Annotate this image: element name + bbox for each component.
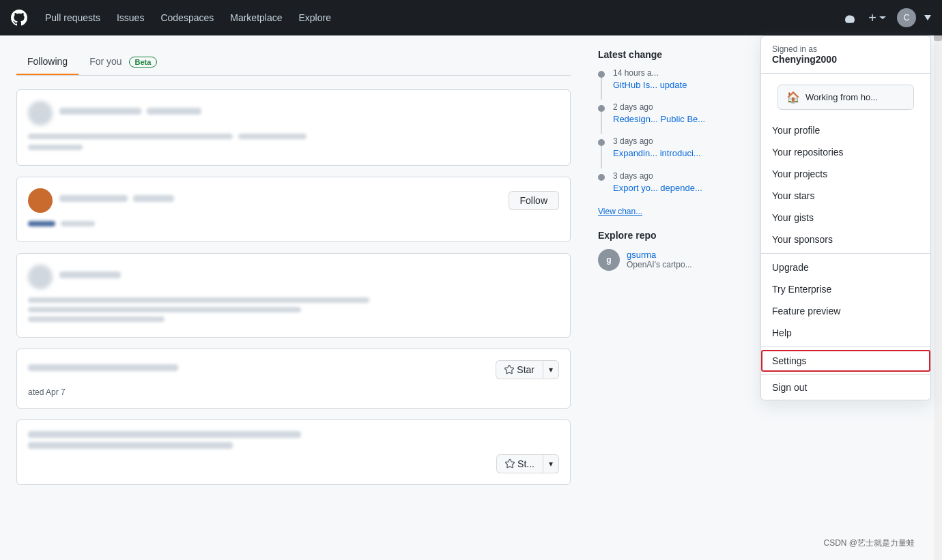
sign-out-link[interactable]: Sign out: [761, 375, 930, 400]
changelog-title-1[interactable]: GitHub Is... update: [613, 79, 687, 91]
card-header-2: Follow: [28, 188, 559, 213]
top-nav: Pull requests Issues Codespaces Marketpl…: [0, 0, 942, 35]
watermark: CSDN @艺士就是力量蛙: [823, 537, 915, 549]
feed-card-5: St... ▾: [16, 419, 571, 485]
explore-info-1: gsurma OpenAI's cartpo...: [627, 250, 692, 269]
changelog-title-4[interactable]: Export yo... depende...: [613, 182, 702, 194]
changelog-title-2[interactable]: Redesign... Public Be...: [613, 113, 705, 126]
changelog-title-3[interactable]: Expandin... introduci...: [613, 147, 701, 160]
context-switcher-btn[interactable]: 🏠 Working from ho...: [777, 85, 914, 110]
feed-card-3: [16, 253, 571, 338]
signed-in-as-text: Signed in as: [772, 44, 919, 54]
card-avatar-1: [28, 101, 53, 126]
your-profile-link[interactable]: Your profile: [761, 119, 930, 141]
star-dropdown-btn[interactable]: ▾: [543, 360, 559, 379]
explore-avatar-1: g: [598, 249, 620, 271]
feed-card-4: Star ▾ ated Apr 7: [16, 349, 571, 409]
dropdown-username: Chenying2000: [772, 54, 919, 65]
create-new-btn[interactable]: +: [866, 8, 889, 29]
nav-codespaces[interactable]: Codespaces: [154, 8, 220, 27]
your-projects-link[interactable]: Your projects: [761, 163, 930, 185]
avatar-initial: C: [904, 13, 910, 23]
help-link[interactable]: Help: [761, 322, 930, 344]
context-label: Working from ho...: [805, 92, 878, 102]
your-stars-link[interactable]: Your stars: [761, 185, 930, 207]
try-enterprise-link[interactable]: Try Enterprise: [761, 278, 930, 300]
nav-right: + C: [841, 8, 931, 29]
tab-following[interactable]: Following: [16, 49, 78, 75]
updated-text: ated Apr 7: [28, 387, 559, 397]
dropdown-section-3: Settings: [761, 347, 930, 375]
beta-badge: Beta: [129, 57, 158, 68]
notifications-bell[interactable]: [841, 10, 857, 26]
card-avatar-2: [28, 188, 53, 213]
star-button-2[interactable]: St...: [496, 454, 543, 473]
nav-explore[interactable]: Explore: [292, 8, 338, 27]
github-logo: [11, 10, 27, 26]
card-avatar-3: [28, 265, 53, 289]
dropdown-section-2: Upgrade Try Enterprise Feature preview H…: [761, 254, 930, 347]
card-header-4: Star ▾: [28, 360, 559, 379]
changelog-item-content-3: 3 days ago Expandin... introduci...: [613, 136, 701, 160]
feed-card-1: [16, 89, 571, 166]
star-label: Star: [517, 364, 534, 375]
view-changes-link[interactable]: View chan...: [598, 207, 642, 216]
changelog-item-content: 14 hours a... GitHub Is... update: [613, 68, 687, 91]
user-avatar-btn[interactable]: C: [897, 8, 916, 27]
star-button[interactable]: Star: [496, 360, 543, 379]
card-header-3: [28, 265, 559, 289]
changelog-time-4: 3 days ago: [613, 171, 702, 181]
upgrade-link[interactable]: Upgrade: [761, 256, 930, 278]
card-meta-2: [59, 195, 502, 206]
your-gists-link[interactable]: Your gists: [761, 207, 930, 229]
feed-card-2: Follow: [16, 177, 571, 242]
context-switcher-wrapper: 🏠 Working from ho...: [761, 74, 930, 117]
dropdown-sign-out-section: Sign out: [761, 375, 930, 400]
nav-links: Pull requests Issues Codespaces Marketpl…: [38, 8, 841, 27]
settings-link[interactable]: Settings: [761, 350, 930, 372]
card-header-1: [28, 101, 559, 126]
star-btn-wrapper: Star ▾: [496, 360, 559, 379]
your-repositories-link[interactable]: Your repositories: [761, 141, 930, 163]
plus-icon: +: [868, 10, 876, 26]
feed-area: Following For you Beta: [0, 35, 587, 560]
explore-user-1[interactable]: gsurma: [627, 250, 692, 260]
feed-tabs: Following For you Beta: [16, 49, 571, 76]
card-meta-4: [28, 364, 489, 375]
home-icon: 🏠: [786, 91, 800, 104]
tab-for-you[interactable]: For you Beta: [78, 49, 168, 75]
feature-preview-link[interactable]: Feature preview: [761, 300, 930, 322]
card-meta-3: [59, 271, 559, 282]
changelog-item-content-2: 2 days ago Redesign... Public Be...: [613, 102, 705, 126]
changelog-time-3: 3 days ago: [613, 136, 701, 146]
changelog-item-content-4: 3 days ago Export yo... depende...: [613, 171, 702, 194]
changelog-time-2: 2 days ago: [613, 102, 705, 112]
dropdown-header: Signed in as Chenying2000: [761, 36, 930, 74]
follow-button[interactable]: Follow: [509, 191, 559, 210]
dropdown-section-1: Your profile Your repositories Your proj…: [761, 117, 930, 254]
changelog-time-1: 14 hours a...: [613, 68, 687, 78]
user-dropdown-menu: Signed in as Chenying2000 🏠 Working from…: [760, 35, 931, 400]
nav-marketplace[interactable]: Marketplace: [223, 8, 289, 27]
nav-issues[interactable]: Issues: [110, 8, 151, 27]
star-dropdown-btn-2[interactable]: ▾: [543, 454, 559, 473]
card-meta-1: [59, 108, 559, 119]
explore-desc-1: OpenAI's cartpo...: [627, 260, 692, 269]
caret-down-icon[interactable]: [924, 15, 931, 20]
your-sponsors-link[interactable]: Your sponsors: [761, 229, 930, 250]
nav-pull-requests[interactable]: Pull requests: [38, 8, 107, 27]
scrollbar[interactable]: [934, 0, 942, 560]
